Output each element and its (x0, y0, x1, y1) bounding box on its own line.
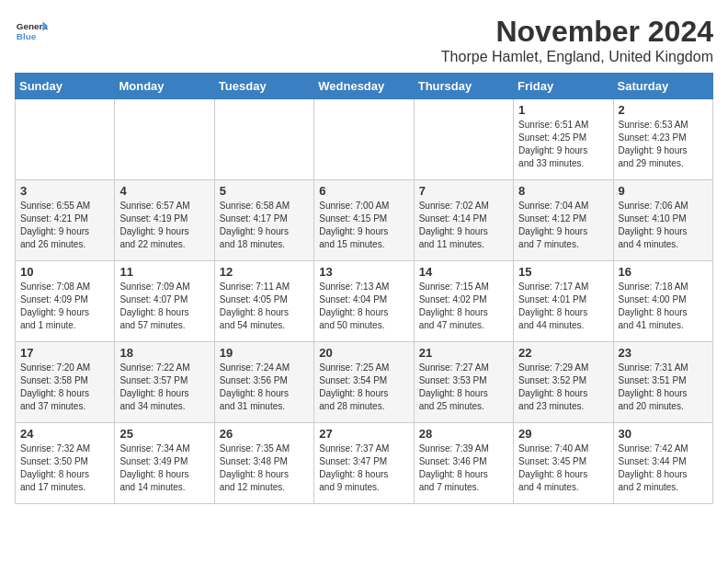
weekday-header-thursday: Thursday (414, 74, 513, 99)
day-info: Sunrise: 7:17 AM Sunset: 4:01 PM Dayligh… (518, 281, 608, 332)
weekday-header-saturday: Saturday (613, 74, 712, 99)
day-number: 23 (619, 346, 708, 360)
day-number: 7 (419, 184, 508, 198)
calendar-cell: 25Sunrise: 7:34 AM Sunset: 3:49 PM Dayli… (115, 423, 214, 504)
calendar-week-1: 1Sunrise: 6:51 AM Sunset: 4:25 PM Daylig… (16, 99, 713, 180)
day-info: Sunrise: 7:02 AM Sunset: 4:14 PM Dayligh… (419, 200, 508, 251)
day-info: Sunrise: 7:20 AM Sunset: 3:58 PM Dayligh… (20, 362, 109, 413)
day-number: 25 (119, 427, 209, 441)
calendar-cell: 26Sunrise: 7:35 AM Sunset: 3:48 PM Dayli… (214, 423, 313, 504)
calendar-cell (414, 99, 513, 180)
calendar-cell: 27Sunrise: 7:37 AM Sunset: 3:47 PM Dayli… (314, 423, 414, 504)
day-info: Sunrise: 7:04 AM Sunset: 4:12 PM Dayligh… (518, 200, 608, 251)
calendar-cell: 13Sunrise: 7:13 AM Sunset: 4:04 PM Dayli… (314, 261, 414, 342)
day-number: 26 (220, 427, 309, 441)
day-info: Sunrise: 7:09 AM Sunset: 4:07 PM Dayligh… (119, 281, 209, 332)
day-info: Sunrise: 7:13 AM Sunset: 4:04 PM Dayligh… (319, 281, 408, 332)
weekday-header-sunday: Sunday (16, 74, 115, 99)
day-info: Sunrise: 7:40 AM Sunset: 3:45 PM Dayligh… (518, 442, 608, 494)
day-number: 20 (319, 346, 408, 360)
calendar-cell (214, 99, 313, 180)
calendar-cell: 6Sunrise: 7:00 AM Sunset: 4:15 PM Daylig… (314, 180, 414, 261)
day-info: Sunrise: 6:51 AM Sunset: 4:25 PM Dayligh… (518, 119, 608, 170)
day-info: Sunrise: 7:34 AM Sunset: 3:49 PM Dayligh… (119, 442, 209, 494)
day-number: 14 (419, 265, 508, 279)
day-number: 1 (518, 103, 608, 117)
day-number: 18 (119, 346, 209, 360)
calendar-week-2: 3Sunrise: 6:55 AM Sunset: 4:21 PM Daylig… (16, 180, 713, 261)
calendar-cell: 9Sunrise: 7:06 AM Sunset: 4:10 PM Daylig… (613, 180, 712, 261)
day-number: 22 (518, 346, 608, 360)
calendar-week-3: 10Sunrise: 7:08 AM Sunset: 4:09 PM Dayli… (16, 261, 713, 342)
day-number: 3 (20, 184, 109, 198)
calendar-cell: 12Sunrise: 7:11 AM Sunset: 4:05 PM Dayli… (214, 261, 313, 342)
weekday-header-wednesday: Wednesday (314, 74, 414, 99)
calendar-table: SundayMondayTuesdayWednesdayThursdayFrid… (15, 73, 713, 504)
svg-text:Blue: Blue (17, 31, 37, 41)
calendar-cell: 7Sunrise: 7:02 AM Sunset: 4:14 PM Daylig… (414, 180, 513, 261)
calendar-cell: 5Sunrise: 6:58 AM Sunset: 4:17 PM Daylig… (214, 180, 313, 261)
day-number: 8 (518, 184, 608, 198)
day-number: 24 (20, 427, 109, 441)
calendar-cell: 16Sunrise: 7:18 AM Sunset: 4:00 PM Dayli… (613, 261, 712, 342)
day-number: 27 (319, 427, 408, 441)
logo: General Blue (15, 15, 48, 48)
weekday-header-friday: Friday (514, 74, 613, 99)
calendar-cell: 20Sunrise: 7:25 AM Sunset: 3:54 PM Dayli… (314, 342, 414, 423)
calendar-cell: 15Sunrise: 7:17 AM Sunset: 4:01 PM Dayli… (514, 261, 613, 342)
day-info: Sunrise: 7:00 AM Sunset: 4:15 PM Dayligh… (319, 200, 408, 251)
calendar-cell: 4Sunrise: 6:57 AM Sunset: 4:19 PM Daylig… (115, 180, 214, 261)
day-number: 28 (419, 427, 508, 441)
day-info: Sunrise: 6:57 AM Sunset: 4:19 PM Dayligh… (119, 200, 209, 251)
day-number: 12 (220, 265, 309, 279)
day-number: 29 (518, 427, 608, 441)
calendar-cell: 17Sunrise: 7:20 AM Sunset: 3:58 PM Dayli… (16, 342, 115, 423)
day-number: 6 (319, 184, 408, 198)
day-number: 16 (619, 265, 708, 279)
day-number: 13 (319, 265, 408, 279)
day-number: 10 (20, 265, 109, 279)
day-number: 11 (119, 265, 209, 279)
calendar-cell: 23Sunrise: 7:31 AM Sunset: 3:51 PM Dayli… (613, 342, 712, 423)
month-title: November 2024 (441, 15, 713, 49)
weekday-header-row: SundayMondayTuesdayWednesdayThursdayFrid… (16, 74, 713, 99)
day-info: Sunrise: 7:32 AM Sunset: 3:50 PM Dayligh… (20, 442, 109, 494)
day-info: Sunrise: 7:29 AM Sunset: 3:52 PM Dayligh… (518, 362, 608, 413)
weekday-header-monday: Monday (115, 74, 214, 99)
day-number: 4 (119, 184, 209, 198)
calendar-cell: 29Sunrise: 7:40 AM Sunset: 3:45 PM Dayli… (514, 423, 613, 504)
calendar-cell: 28Sunrise: 7:39 AM Sunset: 3:46 PM Dayli… (414, 423, 513, 504)
calendar-cell (16, 99, 115, 180)
day-number: 21 (419, 346, 508, 360)
day-number: 9 (619, 184, 708, 198)
day-number: 17 (20, 346, 109, 360)
calendar-cell: 11Sunrise: 7:09 AM Sunset: 4:07 PM Dayli… (115, 261, 214, 342)
calendar-cell: 14Sunrise: 7:15 AM Sunset: 4:02 PM Dayli… (414, 261, 513, 342)
calendar-cell: 2Sunrise: 6:53 AM Sunset: 4:23 PM Daylig… (613, 99, 712, 180)
calendar-cell: 10Sunrise: 7:08 AM Sunset: 4:09 PM Dayli… (16, 261, 115, 342)
calendar-week-4: 17Sunrise: 7:20 AM Sunset: 3:58 PM Dayli… (16, 342, 713, 423)
location-title: Thorpe Hamlet, England, United Kingdom (441, 49, 713, 65)
day-number: 30 (619, 427, 708, 441)
day-info: Sunrise: 7:25 AM Sunset: 3:54 PM Dayligh… (319, 362, 408, 413)
day-number: 5 (220, 184, 309, 198)
calendar-cell: 24Sunrise: 7:32 AM Sunset: 3:50 PM Dayli… (16, 423, 115, 504)
day-info: Sunrise: 7:24 AM Sunset: 3:56 PM Dayligh… (220, 362, 309, 413)
calendar-cell (314, 99, 414, 180)
day-number: 19 (220, 346, 309, 360)
calendar-cell: 18Sunrise: 7:22 AM Sunset: 3:57 PM Dayli… (115, 342, 214, 423)
day-number: 15 (518, 265, 608, 279)
day-info: Sunrise: 7:35 AM Sunset: 3:48 PM Dayligh… (220, 442, 309, 494)
calendar-cell: 8Sunrise: 7:04 AM Sunset: 4:12 PM Daylig… (514, 180, 613, 261)
day-info: Sunrise: 7:06 AM Sunset: 4:10 PM Dayligh… (619, 200, 708, 251)
day-info: Sunrise: 7:08 AM Sunset: 4:09 PM Dayligh… (20, 281, 109, 332)
calendar-week-5: 24Sunrise: 7:32 AM Sunset: 3:50 PM Dayli… (16, 423, 713, 504)
calendar-cell: 30Sunrise: 7:42 AM Sunset: 3:44 PM Dayli… (613, 423, 712, 504)
calendar-cell: 22Sunrise: 7:29 AM Sunset: 3:52 PM Dayli… (514, 342, 613, 423)
day-info: Sunrise: 6:53 AM Sunset: 4:23 PM Dayligh… (619, 119, 708, 170)
calendar-body: 1Sunrise: 6:51 AM Sunset: 4:25 PM Daylig… (16, 99, 713, 504)
calendar-cell (115, 99, 214, 180)
page-header: General Blue November 2024 Thorpe Hamlet… (15, 15, 713, 65)
title-area: November 2024 Thorpe Hamlet, England, Un… (441, 15, 713, 65)
calendar-cell: 3Sunrise: 6:55 AM Sunset: 4:21 PM Daylig… (16, 180, 115, 261)
